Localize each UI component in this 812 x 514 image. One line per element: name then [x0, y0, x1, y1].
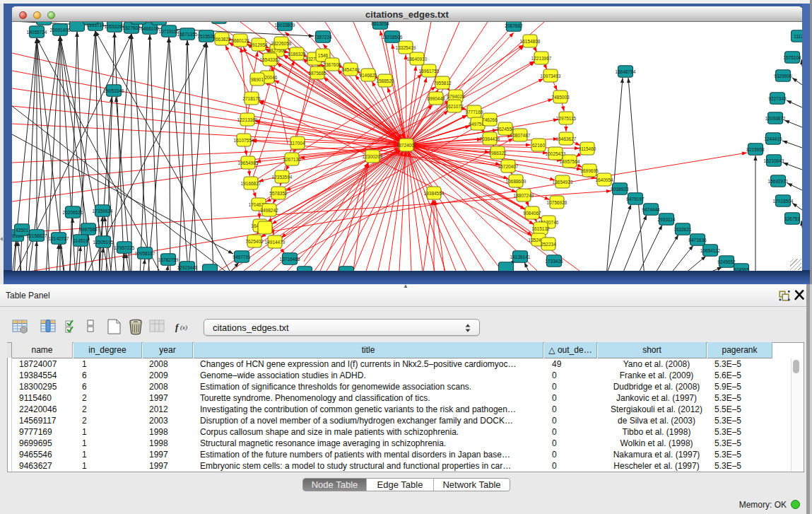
svg-text:17359924: 17359924 — [93, 209, 113, 214]
svg-text:16107554: 16107554 — [234, 138, 254, 143]
svg-text:3498242: 3498242 — [260, 208, 278, 213]
svg-text:2718176: 2718176 — [242, 96, 261, 101]
svg-text:10654112: 10654112 — [700, 248, 721, 253]
svg-text:10025433: 10025433 — [546, 151, 566, 156]
svg-text:7485003: 7485003 — [551, 95, 570, 100]
svg-text:8471636: 8471636 — [688, 238, 707, 243]
svg-text:20206521: 20206521 — [63, 210, 83, 215]
svg-text:9329906: 9329906 — [774, 74, 792, 78]
svg-text:10688609: 10688609 — [506, 179, 526, 184]
svg-text:117004: 117004 — [290, 141, 305, 146]
svg-text:1621072: 1621072 — [445, 104, 464, 109]
svg-text:126753: 126753 — [784, 216, 800, 221]
svg-text:3267130: 3267130 — [283, 157, 301, 162]
svg-text:7663822: 7663822 — [213, 37, 231, 42]
svg-text:20091406: 20091406 — [50, 28, 71, 33]
svg-text:8938923: 8938923 — [611, 187, 629, 192]
svg-text:6794028: 6794028 — [447, 94, 465, 99]
svg-text:(x): (x) — [180, 324, 187, 331]
svg-text:2933114: 2933114 — [658, 217, 676, 222]
svg-text:8813054: 8813054 — [371, 22, 389, 26]
svg-text:1112: 1112 — [794, 34, 802, 39]
svg-text:14914479: 14914479 — [265, 240, 286, 245]
svg-text:10973493: 10973493 — [541, 74, 561, 78]
svg-text:20364436: 20364436 — [480, 136, 500, 141]
svg-text:924565: 924565 — [734, 267, 749, 271]
svg-text:7986322: 7986322 — [488, 151, 507, 156]
svg-text:1527602: 1527602 — [122, 25, 141, 30]
svg-text:1244415: 1244415 — [764, 136, 782, 141]
svg-text:12975115: 12975115 — [556, 116, 577, 121]
svg-text:114519: 114519 — [73, 238, 88, 243]
svg-text:6466100: 6466100 — [141, 26, 159, 31]
svg-text:2087682: 2087682 — [505, 23, 523, 28]
svg-text:9084067: 9084067 — [523, 211, 541, 216]
svg-text:746266: 746266 — [482, 117, 498, 122]
svg-text:9245652: 9245652 — [717, 259, 736, 264]
svg-text:18724007: 18724007 — [396, 143, 417, 148]
svg-text:7632621: 7632621 — [673, 227, 692, 232]
svg-text:12300205: 12300205 — [363, 154, 383, 159]
svg-text:12505195: 12505195 — [93, 240, 114, 245]
svg-text:18807249: 18807249 — [514, 193, 534, 198]
svg-text:16961755: 16961755 — [419, 69, 440, 74]
svg-text:12353594: 12353594 — [272, 175, 293, 180]
svg-text:16543362: 16543362 — [260, 57, 281, 62]
svg-text:5875685: 5875685 — [308, 71, 326, 76]
svg-text:16210643: 16210643 — [764, 158, 784, 163]
svg-text:1640954: 1640954 — [595, 177, 613, 182]
svg-text:23226058: 23226058 — [271, 41, 292, 46]
svg-text:12213369: 12213369 — [237, 117, 258, 122]
svg-text:19463627: 19463627 — [556, 136, 577, 141]
svg-text:9699695: 9699695 — [580, 168, 599, 173]
svg-text:13716485: 13716485 — [280, 257, 300, 262]
svg-text:14957564: 14957564 — [560, 159, 580, 164]
svg-text:9997588: 9997588 — [79, 227, 98, 232]
svg-text:16154808: 16154808 — [520, 39, 541, 44]
svg-text:12142737: 12142737 — [49, 236, 69, 241]
svg-text:7955812: 7955812 — [433, 81, 452, 86]
svg-text:7357224: 7357224 — [314, 35, 332, 40]
svg-text:43501: 43501 — [16, 228, 28, 233]
svg-text:1575104: 1575104 — [783, 55, 801, 60]
svg-text:9146821: 9146821 — [359, 73, 377, 78]
svg-text:8186328: 8186328 — [288, 52, 306, 57]
svg-text:15692971: 15692971 — [768, 179, 789, 184]
svg-text:15720407: 15720407 — [498, 164, 519, 169]
svg-text:10756928: 10756928 — [547, 200, 567, 205]
svg-text:17957225: 17957225 — [114, 245, 135, 250]
svg-text:14055724: 14055724 — [27, 30, 47, 35]
svg-text:62160: 62160 — [532, 143, 545, 148]
svg-text:16648764: 16648764 — [616, 69, 636, 74]
svg-text:9457791: 9457791 — [233, 255, 251, 259]
svg-text:7625402: 7625402 — [245, 239, 264, 244]
svg-text:19218506: 19218506 — [382, 35, 403, 40]
svg-text:16782759: 16782759 — [158, 257, 179, 262]
svg-text:14136141: 14136141 — [510, 255, 531, 259]
svg-text:6990448: 6990448 — [427, 96, 445, 101]
svg-text:18640910: 18640910 — [407, 57, 428, 62]
svg-text:13654923: 13654923 — [553, 180, 573, 185]
svg-text:3624554: 3624554 — [496, 127, 514, 132]
svg-text:10807487: 10807487 — [510, 133, 531, 138]
svg-text:1733426: 1733426 — [545, 259, 563, 264]
svg-text:29053346: 29053346 — [104, 88, 124, 93]
svg-text:12213967: 12213967 — [531, 56, 552, 61]
svg-text:252234: 252234 — [541, 242, 556, 247]
svg-text:f: f — [175, 322, 180, 332]
svg-text:9227343: 9227343 — [768, 96, 787, 101]
svg-text:10719155: 10719155 — [159, 29, 180, 34]
svg-text:12156827: 12156827 — [27, 233, 47, 238]
svg-text:9777169: 9777169 — [465, 110, 483, 115]
svg-text:16671355: 16671355 — [177, 32, 198, 37]
svg-text:9474444: 9474444 — [642, 207, 660, 212]
svg-text:8215958: 8215958 — [746, 147, 765, 152]
svg-text:12923448: 12923448 — [177, 265, 198, 270]
svg-text:12093872: 12093872 — [765, 116, 786, 121]
svg-text:8454749: 8454749 — [341, 67, 360, 72]
svg-text:19166827: 19166827 — [241, 181, 261, 186]
svg-text:2367608: 2367608 — [323, 62, 341, 67]
svg-text:9115460: 9115460 — [579, 146, 596, 151]
svg-text:19654985: 19654985 — [238, 160, 259, 165]
svg-text:1615132: 1615132 — [531, 226, 550, 231]
